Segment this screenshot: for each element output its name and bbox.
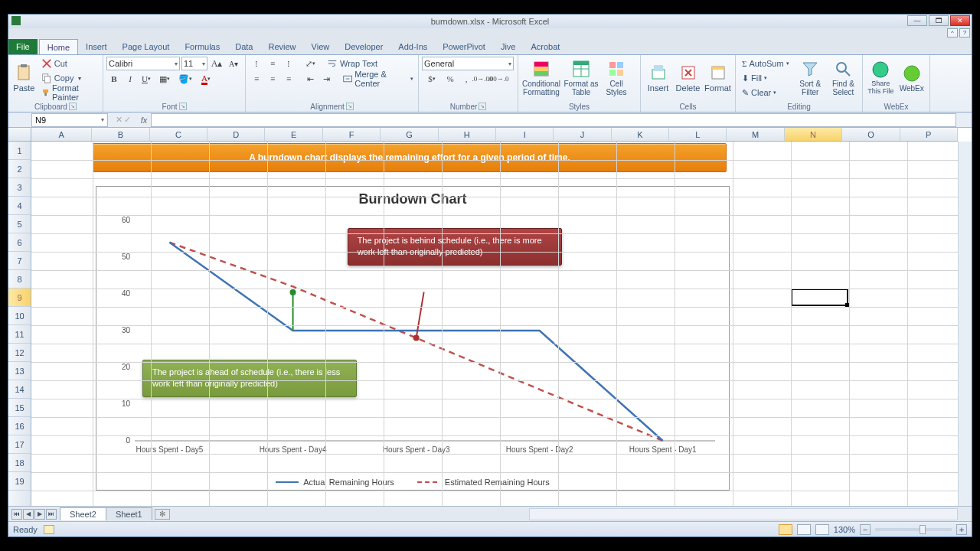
font-name-combo[interactable]: Calibri▾ (106, 57, 180, 70)
zoom-slider[interactable] (875, 528, 952, 531)
align-bottom-button[interactable]: ⫶ (281, 57, 296, 70)
share-file-button[interactable]: Share This File (866, 57, 896, 99)
tab-jive[interactable]: Jive (493, 39, 524, 54)
cancel-icon[interactable]: ✕ (116, 115, 122, 125)
zoom-out-button[interactable]: − (860, 524, 871, 535)
cell-styles-button[interactable]: Cell Styles (601, 57, 632, 99)
formula-input[interactable] (151, 113, 956, 127)
horizontal-scrollbar[interactable] (529, 508, 958, 520)
insert-cells-button[interactable]: Insert (644, 57, 672, 99)
row-header-15[interactable]: 15 (8, 399, 31, 417)
row-header-5[interactable]: 5 (8, 215, 31, 233)
new-sheet-button[interactable]: ✻ (155, 509, 170, 520)
close-button[interactable]: ✕ (950, 15, 970, 26)
tab-data[interactable]: Data (227, 39, 260, 54)
format-painter-button[interactable]: Format Painter (38, 86, 100, 99)
tab-developer[interactable]: Developer (337, 39, 390, 54)
column-header-C[interactable]: C (150, 128, 207, 141)
decrease-decimal-button[interactable]: .00→.0 (491, 72, 506, 86)
row-header-1[interactable]: 1 (8, 142, 31, 160)
name-box[interactable]: N9▾ (31, 113, 108, 127)
sheet-tab-sheet2[interactable]: Sheet2 (60, 507, 106, 520)
tab-review[interactable]: Review (260, 39, 303, 54)
align-middle-button[interactable]: ≡ (265, 57, 280, 70)
tab-nav-prev-icon[interactable]: ◀ (23, 509, 34, 520)
column-header-O[interactable]: O (842, 128, 900, 141)
column-header-A[interactable]: A (31, 128, 92, 141)
currency-button[interactable]: $▾ (422, 72, 442, 86)
merge-center-button[interactable]: Merge & Center▾ (340, 72, 416, 86)
tab-powerpivot[interactable]: PowerPivot (435, 39, 493, 54)
tab-acrobat[interactable]: Acrobat (523, 39, 567, 54)
sheet-tab-sheet1[interactable]: Sheet1 (106, 507, 152, 520)
delete-cells-button[interactable]: Delete (674, 57, 702, 99)
align-top-button[interactable]: ⫶ (249, 57, 264, 70)
find-select-button[interactable]: Find & Select (828, 57, 859, 99)
row-header-11[interactable]: 11 (8, 325, 31, 344)
column-header-D[interactable]: D (207, 128, 265, 141)
grow-font-button[interactable]: A▴ (209, 57, 224, 70)
ribbon-minimize-icon[interactable]: ^ (947, 28, 958, 37)
row-header-10[interactable]: 10 (8, 307, 31, 325)
tab-insert[interactable]: Insert (78, 39, 115, 54)
cell-grid[interactable]: A burndown chart displays the remaining … (31, 142, 958, 506)
tab-addins[interactable]: Add-Ins (390, 39, 435, 54)
row-header-7[interactable]: 7 (8, 252, 31, 270)
font-color-button[interactable]: A▾ (196, 72, 216, 86)
column-header-B[interactable]: B (92, 128, 149, 141)
row-header-17[interactable]: 17 (8, 435, 31, 454)
shrink-font-button[interactable]: A▾ (226, 57, 241, 70)
enter-icon[interactable]: ✓ (124, 115, 131, 125)
paste-button[interactable]: Paste (11, 57, 37, 99)
conditional-formatting-button[interactable]: Conditional Formatting (521, 57, 561, 99)
column-header-E[interactable]: E (265, 128, 322, 141)
webex-button[interactable]: WebEx (897, 57, 927, 99)
tab-home[interactable]: Home (39, 39, 78, 54)
column-header-P[interactable]: P (900, 128, 958, 141)
percent-button[interactable]: % (443, 72, 458, 86)
active-cell[interactable] (791, 289, 848, 306)
fill-button[interactable]: ⬇Fill▾ (739, 71, 793, 85)
cut-button[interactable]: Cut (38, 57, 100, 70)
increase-indent-button[interactable]: ⇥ (318, 72, 334, 86)
border-button[interactable]: ▦▾ (155, 72, 175, 86)
column-header-I[interactable]: I (496, 128, 554, 141)
align-left-button[interactable]: ≡ (249, 72, 264, 86)
page-layout-view-button[interactable] (797, 524, 811, 535)
zoom-in-button[interactable]: + (956, 524, 967, 535)
tab-nav-last-icon[interactable]: ⏭ (46, 509, 57, 520)
column-header-G[interactable]: G (381, 128, 438, 141)
column-header-K[interactable]: K (612, 128, 669, 141)
select-all-button[interactable] (8, 128, 31, 142)
clear-button[interactable]: ✎Clear▾ (739, 86, 793, 99)
row-header-12[interactable]: 12 (8, 344, 31, 362)
dialog-launcher-icon[interactable]: ↘ (479, 103, 486, 110)
row-header-16[interactable]: 16 (8, 417, 31, 435)
bold-button[interactable]: B (106, 72, 122, 86)
number-format-combo[interactable]: General▾ (422, 57, 514, 70)
fx-icon[interactable]: fx (137, 116, 151, 125)
column-header-F[interactable]: F (323, 128, 381, 141)
vertical-scrollbar[interactable] (958, 142, 972, 506)
column-header-M[interactable]: M (727, 128, 784, 141)
dialog-launcher-icon[interactable]: ↘ (346, 103, 354, 110)
column-header-L[interactable]: L (669, 128, 727, 141)
row-header-19[interactable]: 19 (8, 472, 31, 491)
row-header-2[interactable]: 2 (8, 160, 31, 178)
autosum-button[interactable]: ΣAutoSum▾ (739, 57, 793, 70)
row-header-14[interactable]: 14 (8, 380, 31, 399)
format-as-table-button[interactable]: Format as Table (563, 57, 599, 99)
column-header-H[interactable]: H (439, 128, 496, 141)
minimize-button[interactable]: — (907, 15, 927, 26)
sort-filter-button[interactable]: Sort & Filter (795, 57, 826, 99)
tab-file[interactable]: File (8, 39, 38, 54)
dialog-launcher-icon[interactable]: ↘ (69, 103, 77, 110)
column-header-J[interactable]: J (554, 128, 611, 141)
underline-button[interactable]: U▾ (139, 72, 154, 86)
maximize-button[interactable]: 🗖 (929, 15, 949, 26)
align-center-button[interactable]: ≡ (265, 72, 280, 86)
align-right-button[interactable]: ≡ (281, 72, 296, 86)
column-header-N[interactable]: N (785, 128, 842, 141)
italic-button[interactable]: I (122, 72, 138, 86)
row-header-9[interactable]: 9 (8, 289, 31, 307)
